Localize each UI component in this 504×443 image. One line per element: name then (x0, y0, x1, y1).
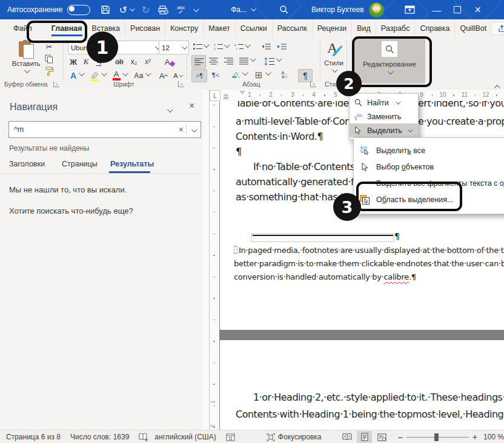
tab-mailings[interactable]: Рассылк (273, 19, 313, 38)
bullet-list-button[interactable] (191, 41, 204, 52)
font-name-combo[interactable]: Ubuntu (68, 41, 162, 54)
styles-button[interactable]: А Стили (322, 40, 345, 73)
align-center-button[interactable] (207, 55, 220, 67)
menu-item-select-all[interactable]: Выделить все (354, 142, 504, 159)
line-spacing-chevron-icon[interactable] (276, 57, 280, 62)
nav-pane-close-icon[interactable]: × (189, 100, 194, 111)
tab-stop-selector[interactable]: L (210, 90, 220, 101)
sort-button[interactable]: АЯ ↓ (277, 69, 292, 81)
font-size-combo[interactable]: 12 (159, 41, 189, 54)
tab-design[interactable]: Констру (165, 19, 204, 38)
justify-button[interactable] (237, 55, 250, 67)
font-color-button[interactable]: А (111, 70, 122, 82)
multilevel-list-chevron-icon[interactable] (245, 44, 249, 48)
underline-chevron-icon[interactable] (104, 58, 108, 62)
tab-home[interactable]: Главная (47, 19, 87, 38)
shading-chevron-icon[interactable] (242, 71, 247, 76)
menu-item-select-objects[interactable]: Выбор объектов (354, 159, 504, 175)
change-case-button[interactable]: Аа (132, 70, 145, 82)
strikethrough-button[interactable]: ab (113, 56, 126, 68)
zoom-level[interactable]: 100 % (483, 433, 504, 441)
clipboard-dialog-launcher[interactable]: ↘ (53, 81, 59, 87)
show-marks-button[interactable]: ¶ (298, 69, 313, 82)
borders-button[interactable]: ⊞ (252, 69, 265, 81)
document-title-chevron-icon[interactable] (251, 8, 254, 11)
nav-pane-menu-chevron-icon[interactable] (167, 104, 171, 115)
first-line-indent-marker[interactable] (239, 91, 245, 94)
zoom-in-button[interactable]: + (472, 432, 477, 442)
menu-item-replace[interactable]: çbc Заменить (350, 110, 418, 123)
paste-button[interactable]: Вставить (8, 40, 44, 73)
nav-search-input[interactable] (9, 125, 179, 134)
document-page-2[interactable]: 1·or·Heading·2,·etc.·style·applied·to·it… (220, 340, 504, 430)
tab-quillbot[interactable]: QuillBot (455, 19, 491, 38)
editing-group-button[interactable]: Редактирование (354, 39, 425, 84)
tab-help[interactable]: Справка (415, 19, 455, 38)
user-name[interactable]: Виктор Бухтеев (311, 5, 364, 14)
word-count[interactable]: Число слов: 1639 (70, 433, 129, 441)
paragraph-dialog-launcher[interactable]: ↘ (310, 81, 316, 87)
highlight-chevron-icon[interactable] (101, 72, 105, 76)
share-button[interactable]: Поделиться (491, 22, 504, 35)
zoom-slider[interactable] (406, 437, 468, 438)
tab-review[interactable]: Рецензи (313, 19, 352, 38)
line-spacing-button[interactable] (262, 55, 276, 67)
proofing-errors-icon[interactable] (139, 433, 148, 441)
font-color-chevron-icon[interactable] (122, 72, 127, 76)
borders-chevron-icon[interactable] (265, 71, 270, 76)
tab-developer[interactable]: Разрабс (376, 19, 416, 38)
decrease-indent-button[interactable] (259, 41, 273, 52)
italic-button[interactable]: К (81, 56, 91, 68)
document-title[interactable]: Фа... (231, 5, 247, 14)
spelling-check-icon[interactable]: abc✓ (177, 5, 185, 14)
tab-layout[interactable]: Макет (204, 19, 235, 38)
language-indicator[interactable]: английский (США) (154, 433, 216, 441)
tab-view[interactable]: Вид (352, 19, 376, 38)
page-indicator[interactable]: Страница 6 из 8 (6, 433, 61, 441)
ltr-paragraph-button[interactable]: >¶ (191, 69, 207, 82)
read-mode-button[interactable] (340, 431, 355, 443)
clear-formatting-button[interactable]: А (162, 56, 177, 68)
tab-draw[interactable]: Рисован (125, 19, 165, 38)
tab-references[interactable]: Ссылки (236, 19, 273, 38)
vertical-ruler[interactable]: 1 2 (209, 101, 219, 430)
tab-file[interactable]: Файл (8, 19, 37, 38)
zoom-out-button[interactable]: − (398, 432, 403, 442)
menu-item-select[interactable]: Выделить (350, 123, 418, 137)
tab-insert[interactable]: Вставка (87, 19, 125, 38)
nav-scrollbar[interactable] (203, 90, 209, 430)
rtl-paragraph-button[interactable]: ¶< (208, 69, 223, 81)
autosave-toggle[interactable] (67, 5, 90, 15)
web-layout-button[interactable] (374, 431, 390, 443)
left-indent-marker-base[interactable] (224, 97, 228, 99)
nav-tab-results[interactable]: Результаты (110, 160, 154, 168)
menu-item-selection-pane[interactable]: Область выделения... (354, 191, 504, 208)
text-effects-button[interactable]: А (68, 70, 79, 82)
justify-chevron-icon[interactable] (250, 57, 254, 62)
multilevel-list-button[interactable]: ai (233, 41, 245, 52)
numbered-list-button[interactable]: 12 (212, 41, 224, 52)
shrink-font-button[interactable]: А (171, 70, 184, 82)
copy-icon[interactable] (42, 53, 56, 64)
bold-button[interactable]: Ж (68, 56, 79, 68)
print-preview-icon[interactable] (158, 5, 168, 15)
print-layout-button[interactable] (357, 431, 372, 443)
macro-record-icon[interactable] (226, 433, 235, 441)
bullet-list-chevron-icon[interactable] (204, 44, 208, 48)
superscript-button[interactable]: x² (142, 56, 154, 68)
format-painter-icon[interactable] (42, 65, 56, 76)
menu-item-select-similar[interactable]: Выделить все фрагменты текста с один (354, 175, 504, 191)
align-left-button[interactable] (191, 55, 206, 68)
numbered-list-chevron-icon[interactable] (224, 44, 228, 48)
nav-tab-headings[interactable]: Заголовки (9, 160, 45, 168)
grow-font-button[interactable]: А (158, 70, 170, 82)
undo-button[interactable]: ↺ (119, 4, 133, 16)
nav-search-clear-icon[interactable]: × (179, 125, 184, 134)
redo-button[interactable]: ↻ (142, 4, 150, 16)
highlight-button[interactable] (88, 70, 101, 82)
align-right-button[interactable] (222, 55, 235, 67)
change-case-chevron-icon[interactable] (145, 72, 150, 76)
shading-button[interactable] (229, 69, 242, 81)
nav-tab-pages[interactable]: Страницы (62, 160, 98, 168)
save-icon[interactable] (101, 5, 110, 15)
